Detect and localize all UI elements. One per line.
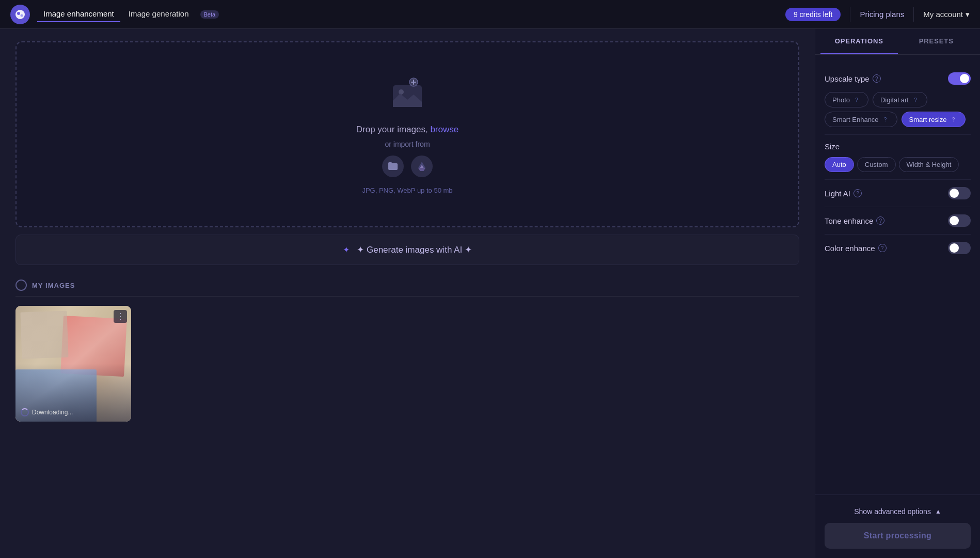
right-panel: OPERATIONS PRESETS Upscale type ? — [815, 29, 980, 558]
panel-tabs: OPERATIONS PRESETS — [815, 29, 980, 55]
file-types-label: JPG, PNG, WebP up to 50 mb — [362, 187, 452, 194]
upscale-type-label: Upscale type ? — [825, 74, 881, 83]
my-images-label: MY IMAGES — [32, 282, 75, 289]
generate-bar-text: ✦ ✦ Generate images with AI ✦ — [343, 244, 472, 255]
image-grid: ⋮ Downloading... — [15, 306, 799, 422]
beta-badge: Beta — [200, 10, 219, 19]
svg-point-1 — [17, 12, 20, 15]
credits-button[interactable]: 9 credits left — [785, 8, 841, 21]
size-buttons: Auto Custom Width & Height — [825, 157, 971, 172]
browse-link[interactable]: browse — [430, 125, 459, 134]
drive-import-button[interactable] — [411, 156, 433, 177]
upscale-type-info-icon[interactable]: ? — [873, 74, 881, 83]
my-images-circle-icon — [15, 280, 27, 291]
divider-1 — [850, 7, 850, 22]
tone-enhance-label: Tone enhance ? — [825, 216, 884, 225]
photo-info-icon[interactable]: ? — [852, 96, 861, 104]
advanced-options-row[interactable]: Show advanced options ▲ — [825, 502, 971, 523]
upscale-type-buttons: Photo ? Digital art ? Smart Enhance ? Sm… — [825, 92, 971, 127]
import-icons — [382, 156, 433, 177]
spinner-icon — [21, 408, 29, 416]
color-enhance-row: Color enhance ? — [825, 235, 971, 261]
light-ai-label: Light AI ? — [825, 189, 862, 198]
chevron-up-icon: ▲ — [935, 508, 941, 515]
smart-resize-info-icon[interactable]: ? — [950, 115, 958, 123]
svg-point-4 — [399, 89, 404, 95]
svg-point-0 — [15, 10, 25, 19]
header-right: 9 credits left Pricing plans My account … — [785, 7, 970, 22]
type-btn-smart-resize[interactable]: Smart resize ? — [902, 112, 966, 127]
logo[interactable] — [10, 5, 30, 24]
digital-art-info-icon[interactable]: ? — [911, 96, 920, 104]
tone-enhance-info-icon[interactable]: ? — [876, 216, 884, 225]
upscale-type-toggle[interactable] — [948, 72, 971, 85]
color-enhance-label: Color enhance ? — [825, 244, 887, 253]
panel-bottom: Show advanced options ▲ Start processing — [815, 494, 980, 558]
color-enhance-info-icon[interactable]: ? — [878, 244, 887, 252]
card-menu-button[interactable]: ⋮ — [114, 310, 127, 323]
image-card[interactable]: ⋮ Downloading... — [15, 306, 131, 422]
main-layout: Drop your images, browse or import from — [0, 29, 980, 558]
upscale-type-header: Upscale type ? — [825, 72, 971, 85]
left-panel: Drop your images, browse or import from — [0, 29, 815, 558]
size-btn-auto[interactable]: Auto — [825, 157, 854, 172]
type-btn-photo[interactable]: Photo ? — [825, 92, 868, 107]
size-btn-custom[interactable]: Custom — [857, 157, 896, 172]
smart-enhance-info-icon[interactable]: ? — [881, 115, 890, 123]
light-ai-toggle[interactable] — [948, 187, 971, 199]
type-btn-digital-art[interactable]: Digital art ? — [873, 92, 927, 107]
nav-image-enhancement[interactable]: Image enhancement — [37, 6, 120, 22]
color-enhance-toggle[interactable] — [948, 242, 971, 254]
start-processing-button[interactable]: Start processing — [825, 523, 971, 549]
my-images-header: MY IMAGES — [15, 280, 799, 297]
drop-zone[interactable]: Drop your images, browse or import from — [15, 41, 799, 227]
image-placeholder-icon — [389, 75, 426, 114]
svg-point-2 — [21, 14, 23, 17]
tab-operations[interactable]: OPERATIONS — [820, 29, 898, 54]
account-button[interactable]: My account ▾ — [923, 10, 970, 19]
folder-import-button[interactable] — [382, 156, 404, 177]
nav-image-generation[interactable]: Image generation — [122, 6, 195, 22]
upscale-type-section: Upscale type ? Photo ? Digi — [825, 65, 971, 135]
header: Image enhancement Image generation Beta … — [0, 0, 980, 29]
image-preview — [15, 306, 131, 422]
pricing-link[interactable]: Pricing plans — [860, 10, 904, 19]
size-btn-width-height[interactable]: Width & Height — [899, 157, 959, 172]
chevron-down-icon: ▾ — [966, 10, 970, 19]
panel-content: Upscale type ? Photo ? Digi — [815, 55, 980, 494]
import-text: or import from — [385, 140, 430, 148]
tone-enhance-toggle[interactable] — [948, 214, 971, 227]
main-nav: Image enhancement Image generation Beta — [37, 6, 219, 22]
size-label: Size — [825, 142, 971, 151]
tab-presets[interactable]: PRESETS — [898, 29, 975, 54]
generate-bar[interactable]: ✦ ✦ Generate images with AI ✦ — [15, 235, 799, 265]
divider-2 — [913, 7, 914, 22]
type-btn-smart-enhance[interactable]: Smart Enhance ? — [825, 112, 897, 127]
light-ai-info-icon[interactable]: ? — [853, 189, 862, 197]
drop-text: Drop your images, browse — [356, 125, 459, 135]
downloading-label: Downloading... — [21, 408, 73, 416]
tone-enhance-row: Tone enhance ? — [825, 207, 971, 235]
size-section: Size Auto Custom Width & Height — [825, 135, 971, 180]
light-ai-row: Light AI ? — [825, 180, 971, 207]
